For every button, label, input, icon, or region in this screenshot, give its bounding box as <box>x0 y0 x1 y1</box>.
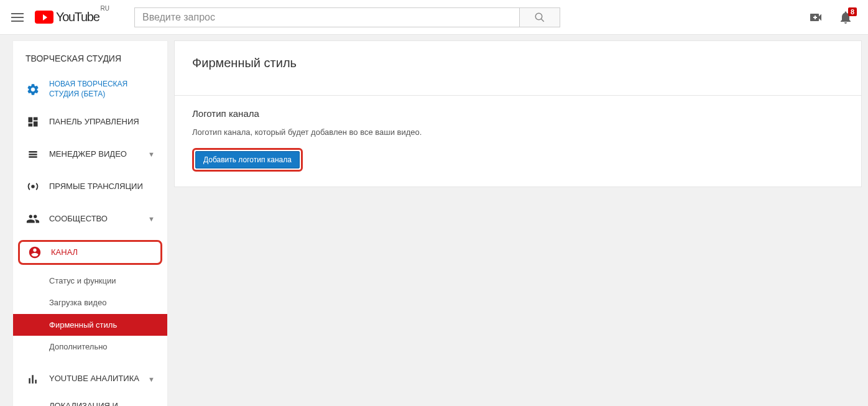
sidebar-label: НОВАЯ ТВОРЧЕСКАЯ СТУДИЯ (БЕТА) <box>49 80 155 99</box>
search-button[interactable] <box>520 7 560 27</box>
sidebar-heading: ТВОРЧЕСКАЯ СТУДИЯ <box>13 53 167 73</box>
sidebar-label: СООБЩЕСТВО <box>49 214 148 224</box>
sidebar-label: ЛОКАЛИЗАЦИЯ И СУБТИТРЫ <box>49 401 148 406</box>
svg-point-2 <box>31 185 35 188</box>
notifications-button[interactable]: 8 <box>838 10 853 25</box>
chevron-down-icon: ▼ <box>148 150 155 158</box>
add-channel-logo-button[interactable]: Добавить логотип канала <box>195 151 300 168</box>
hamburger-menu-icon[interactable] <box>10 10 25 25</box>
sidebar-label: МЕНЕДЖЕР ВИДЕО <box>49 149 148 160</box>
community-icon <box>25 211 40 226</box>
sidebar-item-community[interactable]: СООБЩЕСТВО ▼ <box>13 203 167 235</box>
search-icon <box>534 12 545 23</box>
youtube-play-icon <box>35 11 53 24</box>
page-title: Фирменный стиль <box>192 56 844 83</box>
video-manager-icon <box>25 147 40 162</box>
divider <box>175 95 861 96</box>
section-title: Логотип канала <box>192 108 844 119</box>
header-actions: 8 <box>808 10 858 25</box>
highlight-channel: КАНАЛ <box>18 240 162 265</box>
sidebar-item-analytics[interactable]: YOUTUBE АНАЛИТИКА ▼ <box>13 363 167 395</box>
upload-video-icon[interactable] <box>808 10 823 25</box>
channel-sub-status[interactable]: Статус и функции <box>13 270 167 292</box>
main-content: Фирменный стиль Логотип канала Логотип к… <box>168 35 868 406</box>
svg-point-0 <box>535 13 542 20</box>
content-card: Фирменный стиль Логотип канала Логотип к… <box>174 40 862 187</box>
youtube-region: RU <box>101 5 109 12</box>
chevron-down-icon: ▼ <box>148 376 155 383</box>
live-broadcast-icon <box>25 179 40 194</box>
sidebar-label: ПАНЕЛЬ УПРАВЛЕНИЯ <box>49 117 155 127</box>
sidebar: ТВОРЧЕСКАЯ СТУДИЯ НОВАЯ ТВОРЧЕСКАЯ СТУДИ… <box>12 40 168 406</box>
sidebar-item-translations[interactable]: ЛОКАЛИЗАЦИЯ И СУБТИТРЫ ▼ <box>13 395 167 406</box>
sidebar-item-video-manager[interactable]: МЕНЕДЖЕР ВИДЕО ▼ <box>13 138 167 170</box>
sidebar-item-live[interactable]: ПРЯМЫЕ ТРАНСЛЯЦИИ <box>13 170 167 203</box>
sidebar-label: КАНАЛ <box>51 247 149 258</box>
highlight-add-logo: Добавить логотип канала <box>192 148 303 172</box>
search-bar <box>134 7 560 27</box>
section-text: Логотип канала, который будет добавлен в… <box>192 127 844 137</box>
channel-sub-upload[interactable]: Загрузка видео <box>13 292 167 313</box>
person-circle-icon <box>27 245 42 260</box>
analytics-icon <box>25 372 40 387</box>
youtube-logo[interactable]: YouTube RU <box>35 10 109 24</box>
sidebar-label: ПРЯМЫЕ ТРАНСЛЯЦИИ <box>49 182 155 192</box>
sidebar-item-beta[interactable]: НОВАЯ ТВОРЧЕСКАЯ СТУДИЯ (БЕТА) <box>13 73 167 106</box>
channel-sub-branding[interactable]: Фирменный стиль <box>13 314 167 336</box>
sidebar-label: YOUTUBE АНАЛИТИКА <box>49 374 148 384</box>
sidebar-item-dashboard[interactable]: ПАНЕЛЬ УПРАВЛЕНИЯ <box>13 106 167 138</box>
notification-badge: 8 <box>848 7 857 16</box>
header: YouTube RU 8 <box>0 0 868 35</box>
search-input[interactable] <box>134 7 520 27</box>
chevron-down-icon: ▼ <box>148 215 155 223</box>
channel-sub-advanced[interactable]: Дополнительно <box>13 336 167 358</box>
sidebar-item-channel[interactable]: КАНАЛ <box>20 245 157 260</box>
dashboard-icon <box>25 114 40 129</box>
svg-line-1 <box>541 19 544 22</box>
gear-icon <box>25 82 40 97</box>
youtube-logo-text: YouTube <box>56 10 99 24</box>
translate-icon <box>25 404 40 406</box>
